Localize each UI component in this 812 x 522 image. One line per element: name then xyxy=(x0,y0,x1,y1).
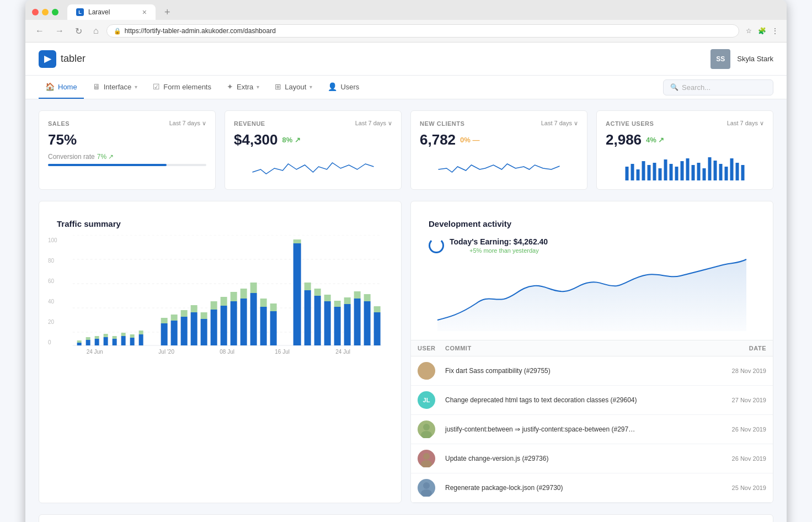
logo-icon: ▶ xyxy=(39,50,56,68)
maximize-button[interactable] xyxy=(52,9,58,15)
stat-label-sales: SALES xyxy=(48,120,70,127)
traffic-summary-card: Traffic summary 100 80 60 40 20 0 xyxy=(39,201,402,503)
form-icon: ☑ xyxy=(153,82,160,91)
users-icon: 👤 xyxy=(328,82,337,91)
stat-value-clients: 6,782 0% — xyxy=(420,131,578,148)
user-avatar[interactable]: SS xyxy=(710,49,730,69)
svg-rect-8 xyxy=(670,164,673,180)
svg-rect-48 xyxy=(180,317,187,345)
svg-point-97 xyxy=(423,482,430,489)
nav-item-form[interactable]: ☑ Form elements xyxy=(146,76,218,99)
nav-item-interface[interactable]: 🖥 Interface ▾ xyxy=(86,76,145,99)
stat-label-clients: NEW CLIENTS xyxy=(420,120,464,127)
commit-avatar-2: JL xyxy=(418,391,435,409)
svg-rect-35 xyxy=(103,334,108,337)
svg-rect-5 xyxy=(653,163,656,180)
interface-icon: 🖥 xyxy=(93,82,100,91)
commit-date-1: 28 Nov 2019 xyxy=(711,367,766,374)
svg-rect-44 xyxy=(161,323,167,345)
svg-rect-39 xyxy=(121,333,125,336)
svg-rect-55 xyxy=(210,301,217,310)
users-chart-svg xyxy=(606,153,764,180)
back-button[interactable]: ← xyxy=(32,25,47,37)
chevron-down-icon: ▾ xyxy=(135,84,137,90)
y-label-100: 100 xyxy=(48,237,57,243)
reload-button[interactable]: ↻ xyxy=(72,25,86,38)
tab-close-button[interactable]: × xyxy=(142,8,147,17)
home-button[interactable]: ⌂ xyxy=(90,25,102,37)
nav-label-form: Form elements xyxy=(163,83,211,91)
commit-row-4: Update change-version.js (#29736) 26 Nov… xyxy=(411,444,773,473)
nav-label-extra: Extra xyxy=(237,83,253,91)
home-icon: 🏠 xyxy=(45,82,55,91)
minimize-button[interactable] xyxy=(42,9,49,15)
address-bar[interactable]: 🔒 https://fortify-tabler-admin.akukoder.… xyxy=(106,24,739,38)
svg-text:24 Jul: 24 Jul xyxy=(335,349,350,355)
nav-label-home: Home xyxy=(58,83,77,91)
stat-header-revenue: REVENUE Last 7 days ∨ xyxy=(234,120,392,127)
svg-rect-52 xyxy=(200,319,207,345)
svg-rect-85 xyxy=(373,306,380,312)
browser-action-buttons: ☆ 🧩 ⋮ xyxy=(744,26,780,36)
y-label-60: 60 xyxy=(48,278,57,284)
search-placeholder: Search... xyxy=(682,83,710,92)
nav-item-home[interactable]: 🏠 Home xyxy=(39,76,84,99)
svg-rect-68 xyxy=(293,243,301,345)
stat-value-revenue: $4,300 8% ↗ xyxy=(234,131,392,148)
svg-rect-33 xyxy=(94,336,99,339)
chevron-down-icon-extra: ▾ xyxy=(257,84,259,90)
nav-item-extra[interactable]: ✦ Extra ▾ xyxy=(220,76,266,99)
traffic-bar-chart: 24 Jun Jul '20 08 Jul 16 Jul 24 Jul xyxy=(62,235,392,356)
commit-row-1: Fix dart Sass compatibility (#29755) 28 … xyxy=(411,356,773,386)
bookmark-icon[interactable]: ☆ xyxy=(744,26,754,36)
svg-rect-10 xyxy=(681,161,684,180)
svg-text:16 Jul: 16 Jul xyxy=(275,349,290,355)
revenue-sparkline xyxy=(234,153,392,180)
svg-rect-38 xyxy=(121,336,125,345)
browser-tab-active[interactable]: L Laravel × xyxy=(67,4,156,20)
stat-period-revenue[interactable]: Last 7 days ∨ xyxy=(355,120,392,127)
commit-avatar-5 xyxy=(418,479,435,497)
close-button[interactable] xyxy=(32,9,39,15)
svg-rect-20 xyxy=(736,163,739,180)
commit-date-4: 26 Nov 2019 xyxy=(711,455,766,462)
svg-rect-62 xyxy=(250,293,257,345)
svg-text:08 Jul: 08 Jul xyxy=(220,349,234,355)
svg-rect-72 xyxy=(314,296,320,345)
commit-msg-5: Regenerate package-lock.json (#29730) xyxy=(445,484,711,492)
nav-label-layout: Layout xyxy=(285,83,306,91)
avatar-svg-5 xyxy=(418,479,435,497)
commit-table-header: USER COMMIT DATE xyxy=(411,340,773,356)
svg-rect-15 xyxy=(708,157,712,180)
stat-period-clients[interactable]: Last 7 days ∨ xyxy=(541,120,578,127)
svg-rect-36 xyxy=(112,339,116,345)
dev-area-chart xyxy=(420,254,764,331)
svg-rect-28 xyxy=(77,343,81,345)
y-axis-labels: 100 80 60 40 20 0 xyxy=(48,235,57,356)
stat-period-users[interactable]: Last 7 days ∨ xyxy=(727,120,764,127)
svg-text:Jul '20: Jul '20 xyxy=(158,349,174,355)
nav-item-layout[interactable]: ⊞ Layout ▾ xyxy=(268,76,319,99)
search-box[interactable]: 🔍 Search... xyxy=(663,79,773,95)
svg-rect-13 xyxy=(697,163,701,180)
svg-point-93 xyxy=(423,424,430,430)
svg-rect-14 xyxy=(703,168,706,180)
svg-rect-40 xyxy=(130,338,134,345)
stat-label-users: ACTIVE USERS xyxy=(606,120,654,127)
commit-avatar-3 xyxy=(418,420,435,438)
stat-period-sales[interactable]: Last 7 days ∨ xyxy=(169,120,206,127)
svg-rect-78 xyxy=(344,304,350,345)
svg-rect-70 xyxy=(304,290,311,345)
menu-icon[interactable]: ⋮ xyxy=(770,26,780,36)
new-tab-button[interactable]: + xyxy=(160,7,175,18)
forward-button[interactable]: → xyxy=(52,25,67,37)
nav-item-users[interactable]: 👤 Users xyxy=(321,76,366,99)
svg-rect-49 xyxy=(180,310,187,317)
extensions-icon[interactable]: 🧩 xyxy=(757,26,767,36)
commit-avatar-1 xyxy=(418,362,435,380)
svg-rect-73 xyxy=(314,289,320,296)
storage-card: Using Storage 6854.45 MB of 8 GB Regular… xyxy=(39,514,773,522)
dev-activity-header: Development activity Today's Earning: $4… xyxy=(411,201,773,340)
traffic-summary-header: Traffic summary xyxy=(39,201,401,233)
svg-rect-77 xyxy=(334,301,340,307)
